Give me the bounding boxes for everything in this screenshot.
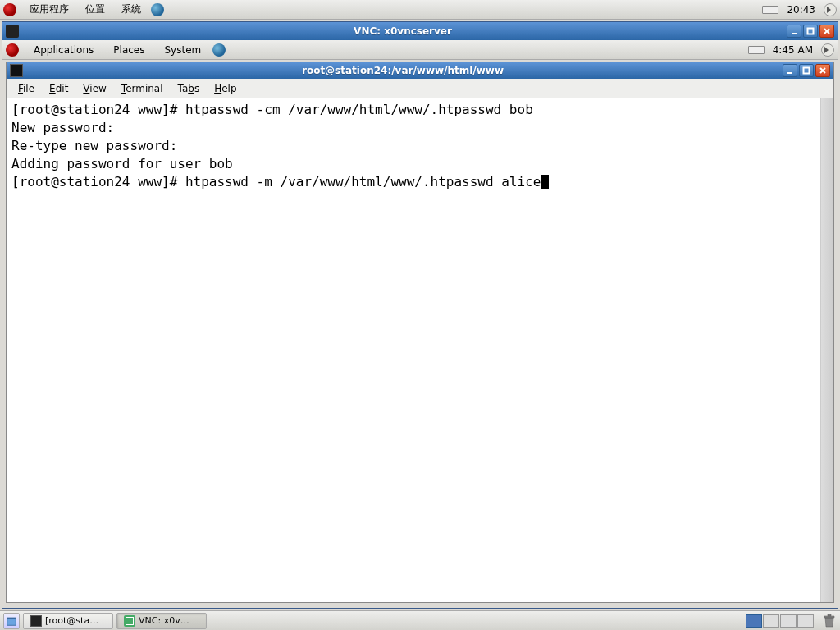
- vnc-maximize-button[interactable]: [803, 25, 818, 38]
- terminal-menu-view[interactable]: View: [76, 80, 112, 97]
- host-bottom-panel: [root@sta… VNC: x0v…: [0, 610, 840, 630]
- taskbar-item-label: [root@sta…: [45, 615, 98, 626]
- workspace-1[interactable]: [746, 614, 762, 628]
- svg-rect-1: [808, 29, 814, 34]
- terminal-line: [root@station24 www]# htpasswd -cm /var/…: [11, 102, 533, 117]
- terminal-line: New password:: [11, 120, 122, 135]
- inner-battery-tray-icon[interactable]: [748, 43, 761, 57]
- terminal-taskbar-icon: [30, 615, 42, 627]
- terminal-line: [root@station24 www]# htpasswd -m /var/w…: [11, 174, 541, 189]
- inner-places-menu[interactable]: Places: [105, 42, 153, 58]
- terminal-minimize-button[interactable]: [783, 64, 797, 77]
- terminal-line: Adding password for user bob: [11, 156, 233, 171]
- terminal-menu-file[interactable]: File: [11, 80, 41, 97]
- redhat-logo-icon: [3, 3, 16, 16]
- host-clock[interactable]: 20:43: [782, 4, 820, 16]
- workspace-2[interactable]: [763, 614, 779, 628]
- vnc-titlebar[interactable]: VNC: x0vncserver: [2, 22, 838, 40]
- terminal-close-button[interactable]: [815, 64, 830, 77]
- inner-volume-tray-icon[interactable]: [821, 43, 834, 57]
- terminal-window: root@station24:/var/www/html/www File Ed…: [6, 62, 834, 603]
- battery-tray-icon[interactable]: [762, 3, 775, 16]
- terminal-maximize-button[interactable]: [799, 64, 814, 77]
- inner-applications-menu[interactable]: Applications: [25, 42, 102, 58]
- browser-launcher-icon[interactable]: [151, 3, 164, 16]
- terminal-menu-help[interactable]: Help: [208, 80, 243, 97]
- workspace-pager[interactable]: [746, 614, 814, 628]
- inner-top-panel: Applications Places System 4:45 AM: [2, 40, 838, 60]
- terminal-line: Re-type new password:: [11, 138, 185, 153]
- svg-rect-9: [7, 617, 16, 619]
- workspace-3[interactable]: [780, 614, 797, 628]
- inner-clock[interactable]: 4:45 AM: [768, 44, 818, 56]
- vnc-window-icon: [6, 25, 19, 38]
- trash-icon[interactable]: [822, 614, 837, 628]
- vnc-minimize-button[interactable]: [787, 25, 801, 38]
- terminal-menu-terminal[interactable]: Terminal: [115, 80, 170, 97]
- terminal-menubar: File Edit View Terminal Tabs Help: [7, 79, 833, 98]
- vnc-taskbar-icon: [124, 615, 135, 627]
- terminal-window-icon: [10, 64, 23, 77]
- terminal-cursor: [541, 175, 549, 189]
- taskbar-item-vnc[interactable]: VNC: x0v…: [116, 613, 207, 629]
- terminal-output[interactable]: [root@station24 www]# htpasswd -cm /var/…: [7, 98, 820, 602]
- taskbar-item-label: VNC: x0v…: [139, 615, 189, 626]
- vnc-close-button[interactable]: [819, 25, 834, 38]
- host-system-menu[interactable]: 系统: [115, 0, 148, 19]
- terminal-window-title: root@station24:/var/www/html/www: [26, 65, 779, 76]
- host-top-panel: 应用程序 位置 系统 20:43: [0, 0, 840, 20]
- taskbar-item-terminal[interactable]: [root@sta…: [23, 613, 113, 629]
- vnc-window-title: VNC: x0vncserver: [22, 25, 783, 37]
- inner-redhat-logo-icon: [6, 43, 19, 57]
- host-applications-menu[interactable]: 应用程序: [23, 0, 75, 19]
- volume-tray-icon[interactable]: [824, 3, 837, 16]
- terminal-titlebar[interactable]: root@station24:/var/www/html/www: [7, 62, 833, 79]
- workspace-4[interactable]: [797, 614, 814, 628]
- inner-browser-launcher-icon[interactable]: [212, 43, 226, 57]
- terminal-scrollbar[interactable]: [820, 98, 833, 602]
- svg-rect-8: [7, 619, 16, 625]
- terminal-menu-edit[interactable]: Edit: [43, 80, 75, 97]
- vnc-window: VNC: x0vncserver Applications Places Sys…: [2, 21, 838, 609]
- inner-system-menu[interactable]: System: [156, 42, 209, 58]
- terminal-menu-tabs[interactable]: Tabs: [171, 80, 207, 97]
- svg-rect-5: [804, 68, 810, 74]
- host-places-menu[interactable]: 位置: [79, 0, 112, 19]
- show-desktop-button[interactable]: [3, 613, 20, 629]
